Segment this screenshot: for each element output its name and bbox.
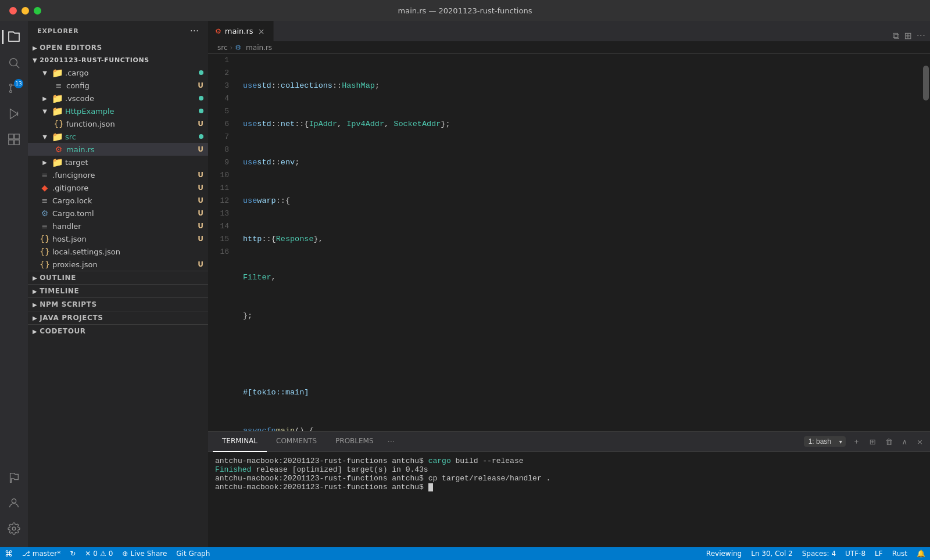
breadcrumb-file[interactable]: main.rs: [246, 44, 272, 52]
section-timeline[interactable]: ▶ TIMELINE: [28, 284, 208, 297]
sidebar-actions: ···: [190, 26, 199, 37]
status-language[interactable]: Rust: [888, 547, 912, 560]
tab-terminal[interactable]: TERMINAL: [213, 432, 267, 452]
tree-item-proxies-json[interactable]: {} proxies.json U: [28, 258, 208, 271]
activity-extensions[interactable]: [2, 128, 26, 151]
more-tabs-icon[interactable]: ···: [383, 437, 399, 446]
codetour-label: CODETOUR: [40, 327, 85, 335]
code-content[interactable]: use std::collections::HashMap; use std::…: [236, 54, 922, 431]
activity-run[interactable]: [2, 102, 26, 125]
modified-badge: U: [198, 235, 203, 243]
activity-source-control[interactable]: 13: [2, 77, 26, 100]
tree-item-httpexample[interactable]: ▼ 📁 HttpExample: [28, 105, 208, 117]
traffic-lights[interactable]: [9, 7, 41, 15]
diff-icon[interactable]: ⧉: [893, 30, 899, 41]
terminal-content[interactable]: antchu-macbook:20201123-rust-functions a…: [208, 452, 930, 547]
delete-terminal-icon[interactable]: 🗑: [883, 436, 895, 447]
tree-item-target[interactable]: ▶ 📁 target: [28, 156, 208, 168]
tree-item-host-json[interactable]: {} host.json U: [28, 232, 208, 245]
maximize-panel-icon[interactable]: ∧: [900, 436, 910, 447]
chevron-right-icon: ▶: [33, 328, 37, 335]
breadcrumb-src[interactable]: src: [217, 44, 228, 52]
tree-item-function-json[interactable]: {} function.json U: [28, 117, 208, 130]
status-encoding[interactable]: UTF-8: [840, 547, 870, 560]
close-button[interactable]: [9, 7, 17, 15]
tree-item-label: .cargo: [65, 69, 199, 77]
status-sync[interactable]: ↻: [65, 547, 80, 560]
shell-selector[interactable]: 1: bash: [804, 436, 846, 447]
tree-item-vscode[interactable]: ▶ 📁 .vscode: [28, 92, 208, 105]
svg-point-12: [12, 527, 16, 530]
section-project[interactable]: ▼ 20201123-RUST-FUNCTIONS: [28, 54, 208, 66]
status-position[interactable]: Ln 30, Col 2: [746, 547, 797, 560]
tree-item-cargo-lock[interactable]: ≡ Cargo.lock U: [28, 194, 208, 207]
activity-explorer[interactable]: [2, 26, 26, 49]
terminal-actions: 1: bash ＋ ⊞ 🗑 ∧ ×: [804, 435, 925, 448]
status-eol[interactable]: LF: [870, 547, 888, 560]
tab-problems[interactable]: PROBLEMS: [326, 432, 383, 452]
file-json-icon: {}: [53, 119, 64, 129]
status-git-graph[interactable]: Git Graph: [171, 547, 214, 560]
terminal-line-1: antchu-macbook:20201123-rust-functions a…: [215, 457, 923, 465]
tree-item-label: src: [65, 132, 199, 141]
tree-item-label: main.rs: [66, 145, 198, 154]
line-numbers: 12345 678910 1112131415 16: [208, 54, 236, 431]
close-panel-icon[interactable]: ×: [914, 436, 925, 447]
status-remote[interactable]: ⌘: [0, 547, 17, 560]
status-reviewing[interactable]: Reviewing: [702, 547, 746, 560]
status-branch[interactable]: ⎇ master*: [17, 547, 65, 560]
tree-item-config[interactable]: ≡ config U: [28, 79, 208, 92]
split-terminal-icon[interactable]: ⊞: [867, 436, 878, 447]
tree-item-funcignore[interactable]: ≡ .funcignore U: [28, 168, 208, 181]
tree-item-src[interactable]: ▼ 📁 src: [28, 130, 208, 143]
sidebar-title: EXPLORER: [37, 27, 79, 35]
minimize-button[interactable]: [22, 7, 29, 15]
activity-extensions2[interactable]: [2, 466, 26, 489]
branch-label: master*: [33, 550, 60, 558]
tree-item-local-settings[interactable]: {} local.settings.json: [28, 245, 208, 258]
section-java[interactable]: ▶ JAVA PROJECTS: [28, 311, 208, 324]
tab-comments[interactable]: COMMENTS: [267, 432, 326, 452]
status-errors[interactable]: ✕ 0 ⚠ 0: [80, 547, 117, 560]
tree-item-main-rs[interactable]: ⚙ main.rs U: [28, 143, 208, 156]
sidebar-more-icon[interactable]: ···: [190, 26, 199, 37]
tab-close-button[interactable]: ×: [257, 27, 266, 36]
maximize-button[interactable]: [34, 7, 41, 15]
more-actions-icon[interactable]: ···: [917, 30, 925, 41]
file-icon: ⚙: [235, 44, 241, 52]
status-bell[interactable]: 🔔: [912, 547, 930, 560]
tab-main-rs[interactable]: ⚙ main.rs ×: [208, 21, 274, 41]
tree-item-label: local.settings.json: [52, 247, 208, 256]
section-npm[interactable]: ▶ NPM SCRIPTS: [28, 297, 208, 311]
section-open-editors[interactable]: ▶ OPEN EDITORS: [28, 41, 208, 54]
section-codetour[interactable]: ▶ CODETOUR: [28, 324, 208, 338]
editor-scrollbar[interactable]: [922, 54, 930, 431]
status-live-share[interactable]: ⊕ Live Share: [117, 547, 171, 560]
activity-account[interactable]: [2, 491, 26, 515]
tree-item-label: .gitignore: [52, 184, 198, 192]
git-graph-label: Git Graph: [176, 550, 210, 558]
tree-item-cargo[interactable]: ▼ 📁 .cargo: [28, 66, 208, 79]
modified-dot: [199, 70, 203, 75]
terminal-line-4: antchu-macbook:20201123-rust-functions a…: [215, 483, 923, 491]
new-terminal-icon[interactable]: ＋: [850, 435, 863, 448]
tree-item-gitignore[interactable]: ◆ .gitignore U: [28, 181, 208, 194]
section-outline[interactable]: ▶ OUTLINE: [28, 271, 208, 284]
branch-icon: ⎇: [22, 550, 30, 558]
split-editor-icon[interactable]: ⊞: [904, 30, 911, 41]
tree-item-cargo-toml[interactable]: ⚙ Cargo.toml U: [28, 207, 208, 220]
tree-item-label: .vscode: [65, 94, 199, 103]
timeline-label: TIMELINE: [40, 287, 79, 295]
modified-dot: [199, 134, 203, 139]
modified-dot: [199, 96, 203, 100]
encoding-label: UTF-8: [845, 550, 865, 558]
activity-search[interactable]: [2, 51, 26, 74]
modified-badge: U: [198, 171, 203, 179]
svg-line-1: [16, 65, 19, 68]
position-label: Ln 30, Col 2: [751, 550, 793, 558]
tree-item-handler[interactable]: ≡ handler U: [28, 220, 208, 232]
tab-label: main.rs: [225, 27, 253, 35]
status-spaces[interactable]: Spaces: 4: [797, 547, 840, 560]
activity-settings[interactable]: [2, 517, 26, 540]
chevron-down-icon: ▼: [40, 131, 50, 142]
